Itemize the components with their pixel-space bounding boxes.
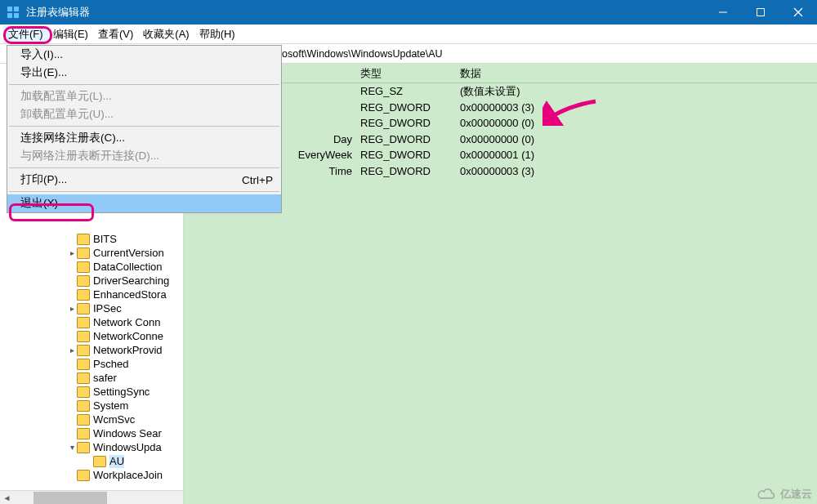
cell-data: (数值未设置) xyxy=(455,84,817,99)
folder-icon xyxy=(77,442,90,453)
col-type[interactable]: 类型 xyxy=(355,66,455,81)
tree-item-label: NetworkProvid xyxy=(93,344,163,357)
tree-item[interactable]: ▸CurrentVersion xyxy=(0,246,183,260)
horizontal-scrollbar[interactable]: ◄ xyxy=(0,490,183,504)
folder-icon xyxy=(77,261,90,273)
chevron-icon[interactable]: ▸ xyxy=(67,302,77,315)
chevron-icon[interactable]: ▸ xyxy=(67,247,77,260)
tree-item-label: SettingSync xyxy=(93,386,150,399)
tree-item-label: IPSec xyxy=(93,302,122,315)
watermark-text: 亿速云 xyxy=(780,487,812,502)
cell-data: 0x00000000 (0) xyxy=(455,133,817,145)
folder-icon xyxy=(77,317,90,328)
tree-item-label: DataCollection xyxy=(93,261,163,274)
tree-item[interactable]: NetworkConne xyxy=(0,329,183,343)
titlebar: 注册表编辑器 xyxy=(0,0,817,25)
folder-icon xyxy=(77,372,90,384)
cell-data: 0x00000003 (3) xyxy=(455,165,817,177)
menu-file[interactable]: 文件(F) xyxy=(3,25,48,43)
watermark: 亿速云 xyxy=(756,486,812,502)
tree-item-label: Psched xyxy=(93,358,128,371)
menu-item-disconnect-network: 与网络注册表断开连接(D)... xyxy=(7,147,281,165)
tree-item[interactable]: EnhancedStora xyxy=(0,288,183,301)
menu-item-connect-network[interactable]: 连接网络注册表(C)... xyxy=(7,129,281,147)
window-title: 注册表编辑器 xyxy=(26,5,704,20)
cell-type: REG_DWORD xyxy=(355,117,455,129)
tree-item[interactable]: WorkplaceJoin xyxy=(0,468,183,482)
maximize-button[interactable] xyxy=(742,0,779,25)
menu-item-exit[interactable]: 退出(X) xyxy=(7,194,281,212)
svg-rect-1 xyxy=(14,7,19,11)
tree-item[interactable]: Network Conn xyxy=(0,315,183,329)
chevron-icon[interactable]: ▾ xyxy=(67,441,77,454)
menu-help[interactable]: 帮助(H) xyxy=(194,25,240,43)
close-button[interactable] xyxy=(779,0,817,25)
folder-icon xyxy=(77,428,90,439)
tree-item[interactable]: WcmSvc xyxy=(0,413,183,426)
tree-item-label: safer xyxy=(93,372,117,385)
tree-item[interactable]: SettingSync xyxy=(0,385,183,399)
tree-item[interactable]: ▸NetworkProvid xyxy=(0,343,183,357)
cell-data: 0x00000001 (1) xyxy=(455,149,817,161)
menu-item-load-hive: 加载配置单元(L)... xyxy=(7,87,281,105)
svg-rect-5 xyxy=(757,9,765,16)
cell-data: 0x00000000 (0) xyxy=(455,117,817,129)
menubar: 文件(F) 编辑(E) 查看(V) 收藏夹(A) 帮助(H) xyxy=(0,25,817,44)
tree-item-label: WorkplaceJoin xyxy=(93,469,163,482)
menu-edit[interactable]: 编辑(E) xyxy=(48,25,93,43)
tree-item[interactable]: DriverSearching xyxy=(0,274,183,288)
tree-item[interactable]: BITS xyxy=(0,232,183,246)
folder-icon xyxy=(77,248,90,259)
folder-icon xyxy=(77,234,90,245)
tree-item-label: System xyxy=(93,399,128,413)
svg-rect-3 xyxy=(14,13,19,18)
app-icon xyxy=(7,6,20,19)
minimize-button[interactable] xyxy=(704,0,742,25)
folder-icon xyxy=(77,386,90,398)
folder-icon xyxy=(77,275,90,287)
col-data[interactable]: 数据 xyxy=(455,66,817,81)
tree-item-label: NetworkConne xyxy=(93,330,163,343)
menu-item-unload-hive: 卸载配置单元(U)... xyxy=(7,105,281,123)
menu-view[interactable]: 查看(V) xyxy=(93,25,138,43)
tree-item[interactable]: AU xyxy=(0,454,183,468)
folder-icon xyxy=(77,331,90,342)
annotation-arrow xyxy=(542,96,600,129)
cell-type: REG_DWORD xyxy=(355,133,455,145)
menu-item-print[interactable]: 打印(P)... Ctrl+P xyxy=(7,171,281,189)
tree-item[interactable]: ▸IPSec xyxy=(0,301,183,315)
tree-item-label: DriverSearching xyxy=(93,274,169,288)
menu-item-import[interactable]: 导入(I)... xyxy=(7,46,281,64)
scroll-left-icon[interactable]: ◄ xyxy=(0,493,14,502)
cell-type: REG_DWORD xyxy=(355,149,455,161)
tree-item[interactable]: safer xyxy=(0,371,183,385)
tree-item-label: CurrentVersion xyxy=(93,247,164,260)
tree-item-label: AU xyxy=(109,455,124,468)
tree-item-label: WindowsUpda xyxy=(93,441,162,454)
file-menu-dropdown: 导入(I)... 导出(E)... 加载配置单元(L)... 卸载配置单元(U)… xyxy=(7,45,282,213)
folder-icon xyxy=(77,470,90,481)
tree-item[interactable]: DataCollection xyxy=(0,260,183,274)
tree-item[interactable]: ▾WindowsUpda xyxy=(0,440,183,454)
cell-type: REG_SZ xyxy=(355,85,455,97)
cell-type: REG_DWORD xyxy=(355,165,455,177)
folder-icon xyxy=(77,359,90,370)
tree-item[interactable]: Psched xyxy=(0,357,183,371)
tree-item-label: WcmSvc xyxy=(93,413,135,426)
tree-item[interactable]: System xyxy=(0,399,183,413)
folder-icon xyxy=(77,414,90,426)
tree-item-label: Windows Sear xyxy=(93,427,162,440)
folder-icon xyxy=(93,456,106,467)
cell-type: REG_DWORD xyxy=(355,101,455,114)
folder-icon xyxy=(77,303,90,314)
tree-item-label: EnhancedStora xyxy=(93,288,167,301)
chevron-icon[interactable]: ▸ xyxy=(67,344,77,357)
print-shortcut: Ctrl+P xyxy=(242,174,273,186)
tree-item[interactable]: Windows Sear xyxy=(0,426,183,440)
folder-icon xyxy=(77,400,90,412)
svg-rect-2 xyxy=(7,13,12,18)
menu-favorites[interactable]: 收藏夹(A) xyxy=(138,25,194,43)
menu-item-export[interactable]: 导出(E)... xyxy=(7,64,281,82)
scroll-thumb[interactable] xyxy=(33,492,107,504)
svg-rect-0 xyxy=(7,7,12,11)
